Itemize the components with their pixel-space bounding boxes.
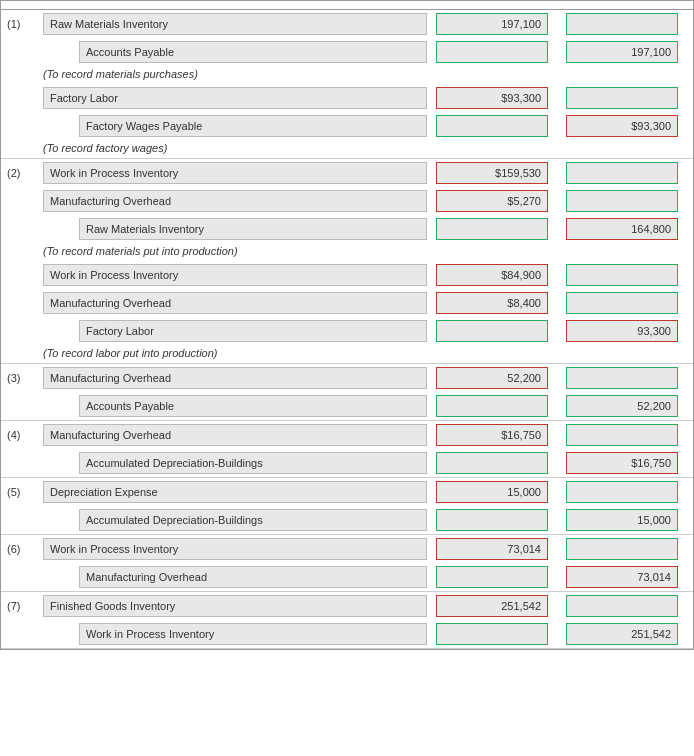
credit-input[interactable]: 15,000	[566, 509, 678, 531]
account-input[interactable]: Factory Labor	[79, 320, 427, 342]
credit-input[interactable]	[566, 87, 678, 109]
entry-group: (1)Raw Materials Inventory197,100Account…	[1, 10, 693, 159]
table-row[interactable]: (4)Manufacturing Overhead$16,750	[1, 421, 693, 449]
credit-cell	[557, 595, 687, 617]
debit-input[interactable]	[436, 509, 548, 531]
account-input[interactable]: Raw Materials Inventory	[43, 13, 427, 35]
credit-input[interactable]	[566, 292, 678, 314]
credit-cell	[557, 13, 687, 35]
credit-cell	[557, 190, 687, 212]
credit-input[interactable]: 93,300	[566, 320, 678, 342]
table-row[interactable]: Accounts Payable197,100	[1, 38, 693, 66]
table-row[interactable]: Accumulated Depreciation-Buildings15,000	[1, 506, 693, 534]
table-row[interactable]: Factory Wages Payable$93,300	[1, 112, 693, 140]
account-input[interactable]: Work in Process Inventory	[79, 623, 427, 645]
debit-input[interactable]	[436, 566, 548, 588]
debit-input[interactable]	[436, 115, 548, 137]
table-row[interactable]: Factory Labor$93,300	[1, 84, 693, 112]
debit-input[interactable]	[436, 218, 548, 240]
credit-input[interactable]: $93,300	[566, 115, 678, 137]
debit-cell: $159,530	[427, 162, 557, 184]
account-input[interactable]: Work in Process Inventory	[43, 162, 427, 184]
table-row[interactable]: Accumulated Depreciation-Buildings$16,75…	[1, 449, 693, 477]
debit-cell: 197,100	[427, 13, 557, 35]
debit-input[interactable]: 251,542	[436, 595, 548, 617]
debit-input[interactable]: $5,270	[436, 190, 548, 212]
table-row[interactable]: (7)Finished Goods Inventory251,542	[1, 592, 693, 620]
account-input[interactable]: Depreciation Expense	[43, 481, 427, 503]
credit-input[interactable]	[566, 595, 678, 617]
debit-input[interactable]	[436, 395, 548, 417]
credit-cell	[557, 264, 687, 286]
credit-input[interactable]	[566, 162, 678, 184]
table-row[interactable]: Raw Materials Inventory164,800	[1, 215, 693, 243]
account-input[interactable]: Manufacturing Overhead	[79, 566, 427, 588]
account-input[interactable]: Manufacturing Overhead	[43, 292, 427, 314]
credit-cell: 15,000	[557, 509, 687, 531]
account-input[interactable]: Finished Goods Inventory	[43, 595, 427, 617]
entry-number: (6)	[7, 543, 43, 555]
debit-input[interactable]	[436, 320, 548, 342]
note-row-2: (To record labor put into production)	[1, 345, 693, 363]
credit-input[interactable]: 197,100	[566, 41, 678, 63]
credit-input[interactable]: $16,750	[566, 452, 678, 474]
debit-input[interactable]	[436, 452, 548, 474]
credit-input[interactable]	[566, 367, 678, 389]
entry-number: (4)	[7, 429, 43, 441]
credit-input[interactable]: 73,014	[566, 566, 678, 588]
table-row[interactable]: Factory Labor93,300	[1, 317, 693, 345]
entry-number: (3)	[7, 372, 43, 384]
credit-input[interactable]: 52,200	[566, 395, 678, 417]
account-input[interactable]: Accumulated Depreciation-Buildings	[79, 452, 427, 474]
debit-input[interactable]: $84,900	[436, 264, 548, 286]
credit-input[interactable]	[566, 264, 678, 286]
credit-input[interactable]	[566, 538, 678, 560]
debit-cell: 251,542	[427, 595, 557, 617]
credit-input[interactable]	[566, 424, 678, 446]
account-input[interactable]: Factory Wages Payable	[79, 115, 427, 137]
account-input[interactable]: Accounts Payable	[79, 41, 427, 63]
credit-input[interactable]	[566, 190, 678, 212]
account-input[interactable]: Manufacturing Overhead	[43, 367, 427, 389]
table-row[interactable]: (5)Depreciation Expense15,000	[1, 478, 693, 506]
table-row[interactable]: Manufacturing Overhead$5,270	[1, 187, 693, 215]
entry-group: (5)Depreciation Expense15,000Accumulated…	[1, 478, 693, 535]
account-input[interactable]: Factory Labor	[43, 87, 427, 109]
credit-input[interactable]: 251,542	[566, 623, 678, 645]
account-input[interactable]: Work in Process Inventory	[43, 538, 427, 560]
account-input[interactable]: Manufacturing Overhead	[43, 190, 427, 212]
debit-input[interactable]	[436, 623, 548, 645]
account-input[interactable]: Raw Materials Inventory	[79, 218, 427, 240]
debit-input[interactable]: 15,000	[436, 481, 548, 503]
table-row[interactable]: (1)Raw Materials Inventory197,100	[1, 10, 693, 38]
debit-input[interactable]: $159,530	[436, 162, 548, 184]
debit-cell: $93,300	[427, 87, 557, 109]
account-cell: Manufacturing Overhead	[43, 424, 427, 446]
debit-input[interactable]: 52,200	[436, 367, 548, 389]
table-row[interactable]: Manufacturing Overhead73,014	[1, 563, 693, 591]
credit-cell	[557, 367, 687, 389]
table-row[interactable]: Work in Process Inventory251,542	[1, 620, 693, 648]
credit-input[interactable]: 164,800	[566, 218, 678, 240]
debit-input[interactable]	[436, 41, 548, 63]
account-input[interactable]: Work in Process Inventory	[43, 264, 427, 286]
table-row[interactable]: Work in Process Inventory$84,900	[1, 261, 693, 289]
debit-cell: $16,750	[427, 424, 557, 446]
table-row[interactable]: (2)Work in Process Inventory$159,530	[1, 159, 693, 187]
table-row[interactable]: Accounts Payable52,200	[1, 392, 693, 420]
table-row[interactable]: (3)Manufacturing Overhead52,200	[1, 364, 693, 392]
debit-input[interactable]: $8,400	[436, 292, 548, 314]
table-row[interactable]: (6)Work in Process Inventory73,014	[1, 535, 693, 563]
table-row[interactable]: Manufacturing Overhead$8,400	[1, 289, 693, 317]
credit-input[interactable]	[566, 13, 678, 35]
account-input[interactable]: Accumulated Depreciation-Buildings	[79, 509, 427, 531]
account-input[interactable]: Manufacturing Overhead	[43, 424, 427, 446]
debit-input[interactable]: 73,014	[436, 538, 548, 560]
credit-input[interactable]	[566, 481, 678, 503]
account-input[interactable]: Accounts Payable	[79, 395, 427, 417]
debit-cell	[427, 623, 557, 645]
debit-input[interactable]: $93,300	[436, 87, 548, 109]
debit-input[interactable]: 197,100	[436, 13, 548, 35]
debit-input[interactable]: $16,750	[436, 424, 548, 446]
account-cell: Raw Materials Inventory	[43, 13, 427, 35]
